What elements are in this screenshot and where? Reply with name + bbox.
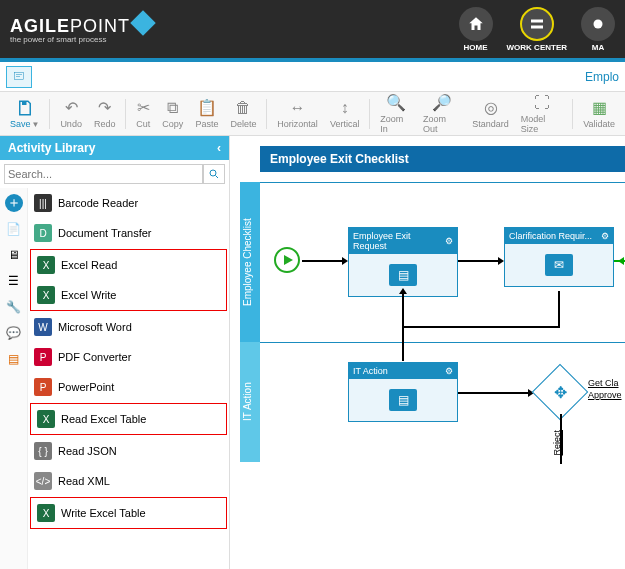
highlight-group-3: XWrite Excel Table (30, 497, 227, 529)
activity-powerpoint[interactable]: PPowerPoint (28, 372, 229, 402)
standard-button[interactable]: ◎Standard (466, 96, 515, 131)
edge-label-approve: Approve (588, 390, 622, 400)
excel-icon: X (37, 410, 55, 428)
toolbar-divider (369, 99, 370, 129)
rail-item-4[interactable]: 🔧 (5, 298, 23, 316)
activity-read-excel-table[interactable]: XRead Excel Table (31, 404, 226, 434)
topbar: AGILEPOINT the power of smart process HO… (0, 0, 625, 58)
panel-title: Activity Library (8, 141, 95, 155)
logo: AGILEPOINT the power of smart process (10, 14, 152, 44)
rail-item-3[interactable]: ☰ (5, 272, 23, 290)
json-icon: { } (34, 442, 52, 460)
nav-home[interactable]: HOME (459, 7, 493, 52)
gateway-move-icon: ✥ (541, 373, 579, 411)
pdf-icon: P (34, 348, 52, 366)
rail-item-6[interactable]: ▤ (5, 350, 23, 368)
toolbar-divider (49, 99, 50, 129)
search-input[interactable] (4, 164, 203, 184)
nav-more-label: MA (592, 43, 604, 52)
activity-excel-write[interactable]: XExcel Write (31, 280, 226, 310)
toolbar-divider (125, 99, 126, 129)
standard-icon: ◎ (484, 98, 498, 117)
start-event[interactable] (274, 247, 300, 273)
cut-button[interactable]: ✂Cut (130, 96, 156, 131)
undo-icon: ↶ (65, 98, 78, 117)
svg-line-4 (216, 176, 219, 179)
node-employee-exit-request[interactable]: Employee Exit Request⚙ ▤ (348, 227, 458, 297)
breadcrumb-tab[interactable] (6, 66, 32, 88)
save-button[interactable]: Save▼ (4, 97, 45, 131)
highlight-group-1: XExcel Read XExcel Write (30, 249, 227, 311)
svg-point-0 (594, 19, 603, 28)
activity-read-json[interactable]: { }Read JSON (28, 436, 229, 466)
toolbar-divider (266, 99, 267, 129)
workspace: Activity Library ‹ ＋ 📄 🖥 ☰ 🔧 💬 ▤ |||Barc… (0, 136, 625, 569)
form-icon: ▤ (389, 389, 417, 411)
excel-icon: X (37, 256, 55, 274)
lane-it-action[interactable]: IT Action (240, 342, 260, 462)
activity-barcode-reader[interactable]: |||Barcode Reader (28, 188, 229, 218)
paste-button[interactable]: 📋Paste (189, 96, 224, 131)
rail-item-2[interactable]: 🖥 (5, 246, 23, 264)
nav-workcenter[interactable]: WORK CENTER (507, 7, 567, 52)
redo-button[interactable]: ↷Redo (88, 96, 122, 131)
node-clarification-required[interactable]: Clarification Requir...⚙ ✉ (504, 227, 614, 287)
node-body: ✉ (505, 244, 613, 286)
arrow-icon (399, 288, 407, 294)
vertical-icon: ↕ (341, 99, 349, 117)
copy-icon: ⧉ (167, 99, 178, 117)
undo-button[interactable]: ↶Undo (54, 96, 88, 131)
search-button[interactable] (203, 164, 225, 184)
activity-pdf-converter[interactable]: PPDF Converter (28, 342, 229, 372)
lane-employee-checklist[interactable]: Employee Checklist (240, 182, 260, 342)
delete-button[interactable]: 🗑Delete (224, 97, 262, 131)
edge (560, 414, 562, 464)
rail-item-5[interactable]: 💬 (5, 324, 23, 342)
process-canvas[interactable]: Employee Exit Checklist Employee Checkli… (230, 136, 625, 569)
search-icon (208, 168, 220, 180)
activity-list: |||Barcode Reader DDocument Transfer XEx… (28, 188, 229, 569)
gateway[interactable]: ✥ (532, 364, 589, 421)
lane-border (260, 342, 625, 343)
subheader-right-text: Emplo (585, 70, 619, 84)
search-row (0, 160, 229, 188)
node-header: Clarification Requir...⚙ (505, 228, 613, 244)
toolbar: Save▼ ↶Undo ↷Redo ✂Cut ⧉Copy 📋Paste 🗑Del… (0, 92, 625, 136)
copy-button[interactable]: ⧉Copy (156, 97, 189, 131)
logo-mark-icon (130, 10, 155, 35)
barcode-icon: ||| (34, 194, 52, 212)
activity-read-xml[interactable]: </>Read XML (28, 466, 229, 496)
excel-icon: X (37, 504, 55, 522)
rail-item-1[interactable]: 📄 (5, 220, 23, 238)
activity-write-excel-table[interactable]: XWrite Excel Table (31, 498, 226, 528)
validate-button[interactable]: ▦Validate (577, 96, 621, 131)
form-icon: ▤ (389, 264, 417, 286)
gear-icon[interactable]: ⚙ (445, 236, 453, 246)
zoomout-button[interactable]: 🔎Zoom Out (417, 91, 466, 136)
node-header: Employee Exit Request⚙ (349, 228, 457, 254)
zoomout-icon: 🔎 (432, 93, 452, 112)
logo-text: AGILEPOINT (10, 16, 130, 37)
activity-excel-read[interactable]: XExcel Read (31, 250, 226, 280)
edge (458, 260, 498, 262)
horizontal-button[interactable]: ↔Horizontal (271, 97, 324, 131)
gear-icon[interactable]: ⚙ (601, 231, 609, 241)
edge (402, 326, 560, 328)
word-icon: W (34, 318, 52, 336)
activity-microsoft-word[interactable]: WMicrosoft Word (28, 312, 229, 342)
add-category-button[interactable]: ＋ (5, 194, 23, 212)
collapse-icon[interactable]: ‹ (217, 141, 221, 155)
zoomin-button[interactable]: 🔍Zoom In (374, 91, 417, 136)
vertical-button[interactable]: ↕Vertical (324, 97, 366, 131)
home-icon (459, 7, 493, 41)
modelsize-button[interactable]: ⛶Model Size (515, 92, 568, 136)
toolbar-divider (572, 99, 573, 129)
gear-icon[interactable]: ⚙ (445, 366, 453, 376)
workcenter-icon (520, 7, 554, 41)
zoomin-icon: 🔍 (386, 93, 406, 112)
node-it-action[interactable]: IT Action⚙ ▤ (348, 362, 458, 422)
paste-icon: 📋 (197, 98, 217, 117)
nav-more[interactable]: MA (581, 7, 615, 52)
subheader: Emplo (0, 62, 625, 92)
activity-document-transfer[interactable]: DDocument Transfer (28, 218, 229, 248)
